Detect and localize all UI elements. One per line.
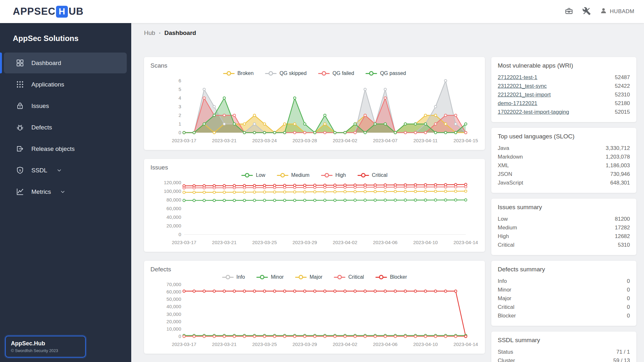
row-label: Minor	[498, 285, 511, 294]
svg-text:0: 0	[179, 232, 181, 237]
svg-text:5: 5	[179, 86, 181, 92]
row-label: Status	[498, 348, 513, 356]
row-label: Info	[498, 277, 507, 285]
panel-row: Medium17282	[498, 223, 630, 232]
legend-item-qg-failed[interactable]: QG failed	[318, 70, 354, 76]
app-link[interactable]: 22122021_test-import	[498, 90, 551, 99]
svg-text:2023-04-11: 2023-04-11	[413, 138, 438, 143]
row-value: 5310	[618, 241, 630, 249]
svg-text:2023-04-14: 2023-04-14	[454, 240, 478, 245]
legend-label: High	[335, 172, 346, 178]
svg-text:S: S	[19, 169, 21, 172]
legend-label: Critical	[372, 172, 388, 178]
toolbox-button[interactable]	[565, 7, 573, 16]
app-link[interactable]: demo-17122021	[498, 99, 537, 108]
svg-text:0: 0	[179, 333, 181, 339]
legend-item-qg-passed[interactable]: QG passed	[366, 70, 406, 76]
toolbox-icon	[565, 7, 573, 16]
row-label: Cluster	[498, 356, 515, 362]
row-label: Critical	[498, 241, 514, 249]
svg-text:80,000: 80,000	[166, 197, 181, 202]
legend-item-broken[interactable]: Broken	[223, 70, 254, 76]
legend-item-qg-skipped[interactable]: QG skipped	[265, 70, 306, 76]
row-label: XML	[498, 161, 509, 170]
svg-text:2023-03-17: 2023-03-17	[172, 240, 197, 245]
row-value: 3,330,712	[606, 144, 630, 152]
row-label: Major	[498, 294, 511, 303]
sidebar-item-dashboard[interactable]: Dashboard	[4, 53, 127, 73]
legend-item-critical[interactable]: Critical	[334, 274, 364, 280]
applications-icon	[15, 80, 24, 89]
svg-text:120,000: 120,000	[164, 180, 181, 185]
sidebar-item-defects[interactable]: Defects	[4, 117, 127, 138]
legend-label: Critical	[348, 274, 364, 280]
svg-text:2023-03-25: 2023-03-25	[252, 341, 277, 347]
row-value: 17282	[615, 223, 630, 232]
svg-text:50,000: 50,000	[166, 296, 181, 302]
sidebar-menu: Dashboard Applications Issues	[0, 51, 131, 205]
legend-item-high[interactable]: High	[321, 172, 346, 178]
app-logo[interactable]: APPSEC H UB	[13, 6, 84, 18]
legend-item-low[interactable]: Low	[241, 172, 265, 178]
release-export-icon	[15, 144, 24, 153]
row-value: 52310	[615, 90, 630, 99]
sidebar-item-metrics[interactable]: Metrics	[4, 181, 127, 202]
breadcrumb: Hub • Dashboard	[131, 23, 644, 37]
sidebar-item-release-objects[interactable]: Release objects	[4, 138, 127, 159]
user-icon	[600, 7, 607, 16]
sidebar-item-label: Release objects	[31, 145, 75, 152]
legend-marker	[256, 275, 268, 279]
tools-icon	[582, 7, 591, 16]
app-link[interactable]: 17022022-test-import-tagging	[498, 108, 569, 116]
defects-chart: 010,00020,00030,00040,00050,00060,00070,…	[150, 281, 479, 349]
legend-label: Low	[256, 172, 265, 178]
tools-button[interactable]	[582, 7, 591, 16]
panel-row: Critical5310	[498, 241, 630, 249]
legend-item-major[interactable]: Major	[295, 274, 322, 280]
svg-text:70,000: 70,000	[166, 282, 181, 287]
panel-row: JavaScript648,301	[498, 178, 630, 187]
row-value: 52015	[615, 108, 630, 116]
breadcrumb-hub[interactable]: Hub	[144, 29, 155, 37]
row-value: 0	[627, 285, 630, 294]
row-value: 12682	[615, 232, 630, 241]
legend-marker	[375, 275, 387, 279]
svg-text:3: 3	[179, 104, 181, 109]
legend-item-info[interactable]: Info	[222, 274, 245, 280]
user-menu[interactable]: HUBADM	[600, 7, 634, 16]
svg-text:60,000: 60,000	[166, 206, 181, 211]
row-label: Blocker	[498, 311, 516, 320]
legend-marker	[277, 173, 288, 177]
legend-item-minor[interactable]: Minor	[256, 274, 284, 280]
svg-text:2023-04-10: 2023-04-10	[413, 240, 438, 245]
legend-item-critical[interactable]: Critical	[358, 172, 388, 178]
sidebar-item-issues[interactable]: Issues	[4, 95, 127, 116]
panel-row: Blocker0	[498, 311, 630, 320]
app-link[interactable]: 27122021-test-1	[498, 73, 537, 82]
svg-text:2023-04-15: 2023-04-15	[454, 138, 478, 143]
sidebar-item-ssdl[interactable]: S SSDL	[4, 160, 127, 181]
svg-text:2023-03-21: 2023-03-21	[212, 341, 237, 347]
panel-row: Status71 / 1	[498, 348, 630, 356]
metrics-chart-icon	[15, 187, 24, 196]
panel-row: Low81200	[498, 215, 630, 223]
legend-item-blocker[interactable]: Blocker	[375, 274, 407, 280]
svg-text:2023-03-29: 2023-03-29	[293, 341, 317, 347]
sidebar-item-label: Issues	[31, 103, 49, 110]
sidebar-footer-card[interactable]: AppSec.Hub © Swordfish Security 2023	[5, 336, 86, 358]
sidebar-item-applications[interactable]: Applications	[4, 74, 127, 95]
logo-h-box: H	[56, 6, 68, 18]
svg-text:10,000: 10,000	[166, 326, 181, 332]
legend-item-medium[interactable]: Medium	[277, 172, 310, 178]
panel-row: High12682	[498, 232, 630, 241]
svg-text:2023-04-06: 2023-04-06	[373, 240, 398, 245]
svg-text:2023-03-28: 2023-03-28	[293, 138, 317, 143]
panel-row: demo-1712202152180	[498, 99, 630, 108]
app-link[interactable]: 23122021_test-sync	[498, 82, 547, 90]
row-value: 52422	[615, 82, 630, 90]
svg-text:20,000: 20,000	[166, 223, 181, 228]
svg-text:2: 2	[179, 112, 181, 118]
sidebar-item-label: Defects	[31, 124, 52, 131]
panel-title: Most vulnerable apps (WRI)	[498, 62, 630, 69]
svg-text:2023-03-21: 2023-03-21	[212, 138, 237, 143]
